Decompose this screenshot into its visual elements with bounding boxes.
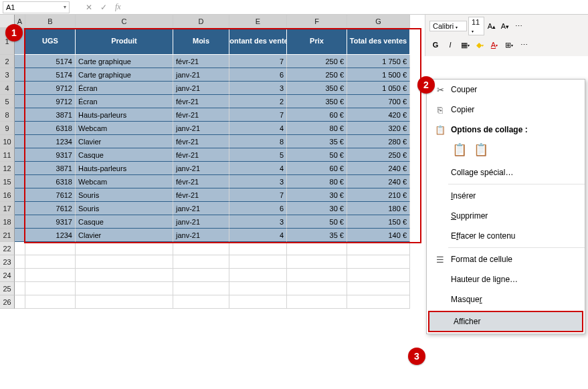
table-row[interactable]: 1234Clavierjanv-21435 €140 € — [15, 229, 425, 242]
paste-option-2-icon[interactable]: 📋 — [474, 142, 488, 157]
cell-ugs[interactable]: 1234 — [25, 135, 76, 148]
cell-prix[interactable]: 60 € — [287, 108, 347, 122]
row-header-22[interactable]: 22 — [0, 242, 15, 255]
cell-montant[interactable]: 3 — [229, 175, 287, 188]
col-header-D[interactable]: D — [173, 15, 229, 28]
cell-total[interactable]: 180 € — [347, 202, 410, 215]
cell-ugs[interactable]: 5174 — [25, 68, 76, 82]
cell-montant[interactable]: 3 — [229, 82, 287, 95]
cell-ugs[interactable]: 9712 — [25, 82, 76, 95]
menu-delete[interactable]: Supprimer — [427, 206, 585, 226]
cell-produit[interactable]: Webcam — [76, 122, 173, 135]
cell-ugs[interactable]: 6318 — [25, 122, 76, 135]
cell-produit[interactable]: Hauts-parleurs — [76, 162, 173, 175]
row-header-12[interactable]: 12 — [0, 162, 15, 175]
col-header-F[interactable]: F — [287, 15, 347, 28]
table-row[interactable]: 6318Webcamfévr-21380 €240 € — [15, 175, 425, 188]
cell-total[interactable]: 1 750 € — [347, 55, 410, 68]
cell-total[interactable]: 700 € — [347, 95, 410, 108]
menu-format-cell[interactable]: ☰ Format de cellule — [427, 249, 585, 269]
cell-mois[interactable]: janv-21 — [173, 82, 229, 95]
decrease-font-icon[interactable]: A▾ — [499, 20, 511, 32]
cell-total[interactable]: 320 € — [347, 122, 410, 135]
name-box[interactable]: A1 ▾ — [3, 1, 70, 13]
cell-produit[interactable]: Écran — [76, 82, 173, 95]
cell-produit[interactable]: Carte graphique — [76, 68, 173, 82]
cell-montant[interactable]: 4 — [229, 122, 287, 135]
col-header-C[interactable]: C — [76, 15, 173, 28]
menu-cut[interactable]: ✂ Couper — [427, 80, 585, 100]
ribbon-more-icon[interactable]: ⋯ — [512, 20, 524, 32]
paste-option-1-icon[interactable]: 📋 — [452, 142, 467, 157]
table-row[interactable]: 9712Écranfévr-212350 €700 € — [15, 95, 425, 108]
col-header-G[interactable]: G — [347, 15, 410, 28]
cell-mois[interactable]: janv-21 — [173, 229, 229, 242]
menu-copy[interactable]: ⎘ Copier — [427, 100, 585, 120]
table-row[interactable]: 3871Hauts-parleursjanv-21460 €240 € — [15, 162, 425, 175]
cell-total[interactable]: 1 500 € — [347, 68, 410, 82]
increase-font-icon[interactable]: A▴ — [486, 20, 498, 32]
cell-montant[interactable]: 4 — [229, 162, 287, 175]
cell-mois[interactable]: févr-21 — [173, 148, 229, 162]
row-header-18[interactable]: 18 — [0, 215, 15, 229]
row-header-5[interactable]: 5 — [0, 95, 15, 108]
cell-produit[interactable]: Souris — [76, 202, 173, 215]
row-header-10[interactable]: 10 — [0, 135, 15, 148]
cell-produit[interactable]: Écran — [76, 95, 173, 108]
cell-produit[interactable]: Carte graphique — [76, 55, 173, 68]
fill-color-button[interactable]: ◆▾ — [474, 39, 486, 51]
table-row[interactable]: 3871Hauts-parleursfévr-21760 €420 € — [15, 108, 425, 122]
table-row[interactable]: 7612Sourisjanv-21630 €180 € — [15, 202, 425, 215]
cell-prix[interactable]: 35 € — [287, 229, 347, 242]
cell-mois[interactable]: févr-21 — [173, 188, 229, 202]
menu-show[interactable]: Afficher — [428, 311, 583, 332]
cell-produit[interactable]: Clavier — [76, 229, 173, 242]
cell-mois[interactable]: févr-21 — [173, 95, 229, 108]
row-header-25[interactable]: 25 — [0, 282, 15, 295]
cell-mois[interactable]: févr-21 — [173, 175, 229, 188]
cell-prix[interactable]: 80 € — [287, 175, 347, 188]
cell-montant[interactable]: 6 — [229, 202, 287, 215]
cell-produit[interactable]: Souris — [76, 188, 173, 202]
border-style-icon[interactable]: ⊞▾ — [503, 39, 515, 51]
cell-total[interactable]: 240 € — [347, 175, 410, 188]
cell-produit[interactable]: Casque — [76, 148, 173, 162]
cell-produit[interactable]: Webcam — [76, 175, 173, 188]
table-row[interactable]: 7612Sourisfévr-21730 €210 € — [15, 188, 425, 202]
row-header-24[interactable]: 24 — [0, 269, 15, 282]
table-row[interactable]: 5174Carte graphiquefévr-217250 €1 750 € — [15, 55, 425, 68]
bold-button[interactable]: G — [429, 39, 442, 51]
row-header-17[interactable]: 17 — [0, 202, 15, 215]
table-row[interactable]: 5174Carte graphiquejanv-216250 €1 500 € — [15, 68, 425, 82]
cell-total[interactable]: 140 € — [347, 229, 410, 242]
cell-total[interactable]: 250 € — [347, 148, 410, 162]
cell-total[interactable]: 210 € — [347, 188, 410, 202]
cell-montant[interactable]: 7 — [229, 108, 287, 122]
cell-prix[interactable]: 30 € — [287, 188, 347, 202]
cell-montant[interactable]: 8 — [229, 135, 287, 148]
cell-ugs[interactable]: 9317 — [25, 148, 76, 162]
cell-mois[interactable]: févr-21 — [173, 108, 229, 122]
table-row[interactable]: 9712Écranjanv-213350 €1 050 € — [15, 82, 425, 95]
menu-clear[interactable]: Effacer le contenu — [427, 226, 585, 246]
menu-paste-special[interactable]: Collage spécial… — [427, 162, 585, 182]
border-button[interactable]: ▦▾ — [459, 39, 471, 51]
cell-montant[interactable]: 7 — [229, 188, 287, 202]
row-header-15[interactable]: 15 — [0, 175, 15, 188]
cell-ugs[interactable]: 9317 — [25, 215, 76, 229]
cell-total[interactable]: 240 € — [347, 162, 410, 175]
cell-montant[interactable]: 6 — [229, 68, 287, 82]
cell-ugs[interactable]: 5174 — [25, 55, 76, 68]
cell-montant[interactable]: 2 — [229, 95, 287, 108]
cell-prix[interactable]: 50 € — [287, 215, 347, 229]
cell-prix[interactable]: 350 € — [287, 82, 347, 95]
menu-hide[interactable]: Masquer — [427, 289, 585, 309]
menu-insert[interactable]: Insérer — [427, 186, 585, 206]
cell-total[interactable]: 280 € — [347, 135, 410, 148]
cell-ugs[interactable]: 7612 — [25, 188, 76, 202]
col-header-B[interactable]: B — [25, 15, 76, 28]
cell-prix[interactable]: 350 € — [287, 95, 347, 108]
cell-mois[interactable]: janv-21 — [173, 162, 229, 175]
cell-mois[interactable]: janv-21 — [173, 202, 229, 215]
cell-mois[interactable]: janv-21 — [173, 215, 229, 229]
